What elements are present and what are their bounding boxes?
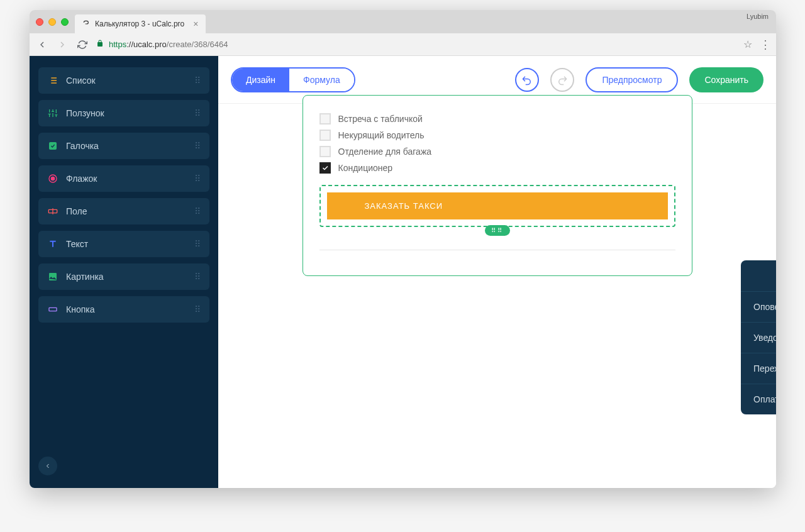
sidebar-item-list[interactable]: Список ⠿ (38, 67, 209, 94)
url-path: /create/368/6464 (167, 40, 228, 49)
sidebar-item-button[interactable]: Кнопка ⠿ (38, 296, 209, 323)
popover-item-link[interactable]: Переход по ссылке › (741, 353, 776, 384)
popover-item-label: Уведомление клиента (753, 333, 776, 343)
collapse-sidebar-button[interactable] (38, 457, 57, 475)
popover-item-client-notification[interactable]: Уведомление клиента › (741, 323, 776, 353)
tab-close-icon[interactable]: × (193, 19, 198, 29)
drag-handle-icon[interactable]: ⠿ (194, 141, 202, 151)
checkbox-row[interactable]: Встреча с табличкой (319, 113, 675, 125)
lock-icon (96, 40, 104, 49)
sidebar-item-label: Поле (66, 206, 87, 216)
save-button[interactable]: Сохранить (689, 67, 763, 92)
sidebar-item-label: Флажок (66, 174, 97, 184)
popover-item-label: Переход по ссылке (753, 363, 776, 374)
drag-handle-icon[interactable]: ⠿ (194, 206, 202, 216)
window-minimize[interactable] (48, 18, 56, 26)
sidebar-item-label: Ползунок (66, 108, 104, 118)
selected-element-frame[interactable]: ЗАКАЗАТЬ ТАКСИ ⠿⠿ (319, 185, 675, 227)
drag-handle-icon[interactable]: ⠿ (194, 75, 202, 86)
profile-label[interactable]: Lyubim (747, 13, 769, 20)
chevron-left-icon (44, 462, 52, 470)
order-button[interactable]: ЗАКАЗАТЬ ТАКСИ (327, 192, 668, 219)
svg-rect-15 (49, 142, 57, 150)
input-icon (47, 206, 58, 217)
sidebar-item-radio[interactable]: Флажок ⠿ (38, 165, 209, 192)
checkbox-checked-icon[interactable] (319, 162, 331, 174)
popover-item-label: Оповещение владельца (753, 302, 776, 312)
checkbox-unchecked-icon[interactable] (319, 130, 331, 141)
sidebar-item-label: Галочка (66, 141, 99, 151)
sidebar-item-input[interactable]: Поле ⠿ (38, 198, 209, 224)
browser-menu-icon[interactable]: ⋮ (760, 38, 770, 52)
sidebar-item-image[interactable]: Картинка ⠿ (38, 263, 209, 290)
tab-design[interactable]: Дизайн (232, 69, 289, 91)
tab-formula[interactable]: Формула (289, 69, 354, 91)
undo-icon (521, 74, 533, 86)
sidebar: Список ⠿ Ползунок ⠿ Галочка ⠿ Флажок ⠿ П… (30, 56, 218, 488)
checkbox-label: Встреча с табличкой (338, 114, 423, 124)
redo-button[interactable] (550, 68, 574, 92)
row-drag-handle[interactable]: ⠿⠿ (485, 225, 510, 236)
site-favicon (82, 19, 91, 28)
checkbox-row[interactable]: Кондиционер (319, 162, 675, 174)
radio-icon (47, 173, 58, 184)
window-close[interactable] (36, 18, 43, 26)
checkbox-label: Кондиционер (338, 163, 393, 173)
divider (319, 250, 675, 250)
list-icon (47, 75, 58, 86)
reload-button[interactable] (76, 38, 89, 51)
bookmark-star-icon[interactable]: ☆ (743, 38, 752, 50)
url-host: ://ucalc.pro (126, 40, 167, 49)
checkbox-label: Некурящий водитель (338, 130, 425, 140)
checkbox-unchecked-icon[interactable] (319, 146, 331, 157)
svg-point-17 (51, 177, 54, 180)
traffic-lights (36, 18, 69, 26)
checkbox-row[interactable]: Некурящий водитель (319, 130, 675, 141)
slider-icon (47, 108, 58, 119)
popover-item-yandex-kassa[interactable]: Оплата через Яндекс.Кассу › (741, 384, 776, 414)
tab-strip: Калькулятор 3 - uCalc.pro × Lyubim (30, 10, 776, 33)
sidebar-item-label: Картинка (66, 272, 104, 282)
popover-item-label: Оплата через Яндекс.Кассу (753, 394, 776, 404)
url-protocol: https (109, 40, 126, 49)
sidebar-item-label: Список (66, 75, 96, 86)
popover-title: Действие (741, 260, 776, 292)
drag-handle-icon[interactable]: ⠿ (194, 108, 202, 118)
sidebar-item-checkbox[interactable]: Галочка ⠿ (38, 133, 209, 159)
form-card: Встреча с табличкой Некурящий водитель О… (303, 95, 692, 276)
window-maximize[interactable] (61, 18, 69, 26)
drag-handle-icon[interactable]: ⠿ (194, 304, 202, 314)
redo-icon (557, 74, 568, 86)
text-icon (47, 238, 58, 250)
canvas[interactable]: Встреча с табличкой Некурящий водитель О… (218, 104, 776, 488)
browser-tab[interactable]: Калькулятор 3 - uCalc.pro × (75, 14, 206, 33)
url-field[interactable]: https://ucalc.pro/create/368/6464 (96, 40, 736, 49)
checkbox-icon (47, 140, 58, 152)
browser-window: Калькулятор 3 - uCalc.pro × Lyubim https… (30, 10, 776, 488)
drag-handle-icon[interactable]: ⠿ (194, 239, 202, 249)
sidebar-item-label: Текст (66, 239, 88, 249)
forward-button[interactable] (56, 38, 69, 51)
action-popover: Действие Оповещение владельца › Уведомле… (741, 260, 776, 414)
checkbox-label: Отделение для багажа (338, 147, 432, 157)
svg-rect-21 (49, 308, 57, 311)
undo-button[interactable] (515, 68, 539, 92)
checkbox-unchecked-icon[interactable] (319, 113, 331, 125)
sidebar-item-slider[interactable]: Ползунок ⠿ (38, 100, 209, 126)
sidebar-item-text[interactable]: Текст ⠿ (38, 231, 209, 257)
image-icon (47, 271, 58, 282)
checkbox-row[interactable]: Отделение для багажа (319, 146, 675, 157)
drag-handle-icon[interactable]: ⠿ (194, 174, 202, 184)
sidebar-item-label: Кнопка (66, 304, 94, 314)
button-icon (47, 304, 58, 315)
preview-button[interactable]: Предпросмотр (586, 67, 678, 92)
popover-item-owner-notification[interactable]: Оповещение владельца › (741, 292, 776, 323)
tab-title: Калькулятор 3 - uCalc.pro (95, 19, 184, 28)
back-button[interactable] (36, 38, 48, 51)
drag-handle-icon[interactable]: ⠿ (194, 272, 202, 282)
mode-toggle: Дизайн Формула (231, 67, 355, 92)
app-root: Список ⠿ Ползунок ⠿ Галочка ⠿ Флажок ⠿ П… (30, 56, 776, 488)
address-bar: https://ucalc.pro/create/368/6464 ☆ ⋮ (30, 33, 776, 56)
main-area: Дизайн Формула Предпросмотр Сохранить Вс… (218, 56, 776, 488)
